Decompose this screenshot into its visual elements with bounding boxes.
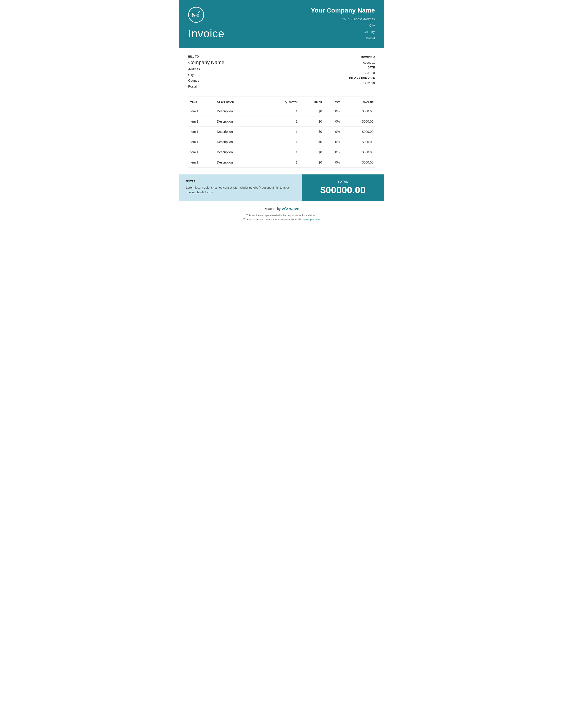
row-qty-4: 1: [262, 147, 299, 157]
invoice-due-date: 12/31/20: [349, 81, 375, 86]
due-date-label: INVOICE DUE DATE: [349, 76, 375, 81]
notes-label: NOTES:: [186, 180, 295, 183]
row-qty-5: 1: [262, 157, 299, 167]
table-row: Item 1 Description 1 $0 0% $000.00: [188, 157, 375, 167]
table-row: Item 1 Description 1 $0 0% $000.00: [188, 147, 375, 157]
disclaimer-line2: To learn more, and create your own free …: [188, 217, 375, 222]
footer-disclaimer: This invoice was generated with the help…: [188, 214, 375, 222]
col-description: DESCRIPTION: [215, 99, 262, 106]
total-label: TOTAL: [338, 180, 348, 183]
bill-section: BILL TO: Company Name Address City Count…: [179, 48, 384, 94]
invoice-header: Invoice Your Company Name Your Business …: [179, 0, 384, 48]
row-desc-1: Description: [215, 116, 262, 126]
wave-brand-text: wave: [289, 207, 299, 211]
notes-text: Lorem ipsum dolor sit amet, consectetur …: [186, 185, 295, 195]
row-amount-4: $000.00: [341, 147, 375, 157]
table-row: Item 1 Description 1 $0 0% $000.00: [188, 126, 375, 137]
col-items: ITEMS: [188, 99, 215, 106]
col-quantity: QUANTITY: [262, 99, 299, 106]
total-amount: $00000.00: [321, 185, 366, 196]
client-country: Country: [188, 78, 349, 83]
company-logo: [188, 7, 204, 23]
row-desc-0: Description: [215, 106, 262, 116]
row-item-1: Item 1: [188, 116, 215, 126]
row-price-1: $0: [299, 116, 324, 126]
row-amount-3: $000.00: [341, 137, 375, 147]
row-amount-0: $000.00: [341, 106, 375, 116]
table-row: Item 1 Description 1 $0 0% $000.00: [188, 106, 375, 116]
invoice-number: 0000001: [349, 60, 375, 65]
row-item-2: Item 1: [188, 126, 215, 137]
col-tax: TAX: [324, 99, 341, 106]
header-country: Country: [311, 29, 375, 35]
col-price: PRICE: [299, 99, 324, 106]
row-desc-4: Description: [215, 147, 262, 157]
row-item-5: Item 1: [188, 157, 215, 167]
header-city: City: [311, 22, 375, 29]
client-city: City: [188, 72, 349, 78]
row-price-5: $0: [299, 157, 324, 167]
row-qty-0: 1: [262, 106, 299, 116]
invoice-table: ITEMS DESCRIPTION QUANTITY PRICE TAX AMO…: [188, 99, 375, 168]
svg-line-1: [198, 11, 200, 13]
row-tax-3: 0%: [324, 137, 341, 147]
row-desc-2: Description: [215, 126, 262, 137]
row-price-0: $0: [299, 106, 324, 116]
client-company-name: Company Name: [188, 60, 349, 65]
row-price-3: $0: [299, 137, 324, 147]
wave-logo-icon: [282, 207, 288, 211]
row-price-4: $0: [299, 147, 324, 157]
row-qty-1: 1: [262, 116, 299, 126]
row-amount-5: $000.00: [341, 157, 375, 167]
waveapps-link[interactable]: waveapps.com: [303, 218, 320, 221]
row-qty-2: 1: [262, 126, 299, 137]
row-amount-1: $000.00: [341, 116, 375, 126]
table-header-row: ITEMS DESCRIPTION QUANTITY PRICE TAX AMO…: [188, 99, 375, 106]
svg-point-2: [192, 15, 194, 17]
invoice-number-label: INVOICE #: [349, 55, 375, 60]
header-left: Invoice: [188, 7, 224, 40]
row-amount-2: $000.00: [341, 126, 375, 137]
table-row: Item 1 Description 1 $0 0% $000.00: [188, 116, 375, 126]
row-tax-0: 0%: [324, 106, 341, 116]
row-price-2: $0: [299, 126, 324, 137]
row-item-3: Item 1: [188, 137, 215, 147]
svg-rect-0: [192, 13, 199, 15]
disclaimer-line1: This invoice was generated with the help…: [188, 214, 375, 218]
header-right: Your Company Name Your Business Address …: [311, 7, 375, 41]
svg-point-3: [197, 15, 199, 17]
table-row: Item 1 Description 1 $0 0% $000.00: [188, 137, 375, 147]
business-address: Your Business Address: [311, 16, 375, 22]
notes-area: NOTES: Lorem ipsum dolor sit amet, conse…: [179, 174, 302, 201]
powered-by-text: Powered by: [264, 207, 280, 211]
powered-by-line: Powered by wave: [188, 207, 375, 211]
col-amount: AMOUNT: [341, 99, 375, 106]
row-tax-4: 0%: [324, 147, 341, 157]
invoice-title: Invoice: [188, 27, 224, 40]
row-qty-3: 1: [262, 137, 299, 147]
row-item-0: Item 1: [188, 106, 215, 116]
bill-to-label: BILL TO:: [188, 55, 349, 58]
client-address: Address: [188, 66, 349, 72]
invoice-date: 12/31/20: [349, 70, 375, 76]
footer-section: NOTES: Lorem ipsum dolor sit amet, conse…: [179, 174, 384, 201]
row-tax-5: 0%: [324, 157, 341, 167]
company-name: Your Company Name: [311, 7, 375, 14]
powered-by-section: Powered by wave This invoice was generat…: [179, 201, 384, 224]
total-area: TOTAL $00000.00: [302, 174, 384, 201]
header-postal: Postal: [311, 35, 375, 41]
invoice-meta: INVOICE # 0000001 DATE 12/31/20 INVOICE …: [349, 55, 375, 89]
date-label: DATE: [349, 65, 375, 70]
bill-to-section: BILL TO: Company Name Address City Count…: [188, 55, 349, 89]
row-tax-2: 0%: [324, 126, 341, 137]
wave-logo: wave: [282, 207, 299, 211]
lawnmower-icon: [191, 11, 201, 19]
row-item-4: Item 1: [188, 147, 215, 157]
row-desc-5: Description: [215, 157, 262, 167]
client-postal: Postal: [188, 84, 349, 89]
row-desc-3: Description: [215, 137, 262, 147]
row-tax-1: 0%: [324, 116, 341, 126]
